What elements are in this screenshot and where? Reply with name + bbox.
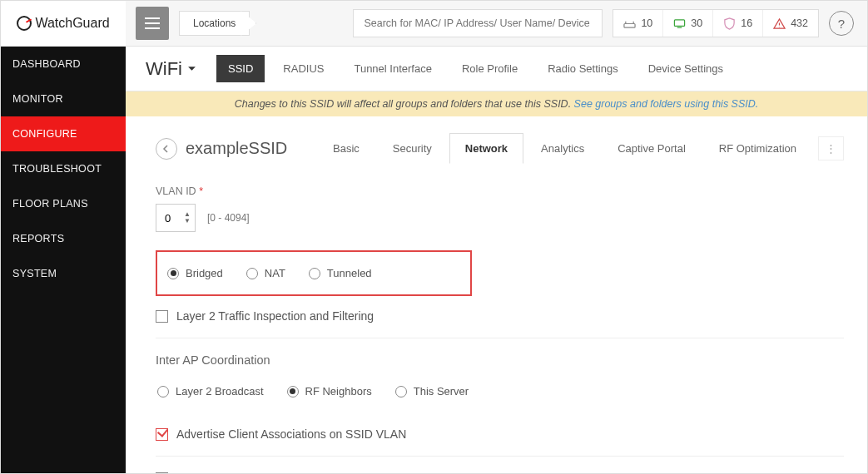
tab-devicesettings[interactable]: Device Settings <box>637 55 735 82</box>
sidebar-item-system[interactable]: SYSTEM <box>1 256 126 291</box>
logo: WatchGuard <box>1 1 126 47</box>
ap-icon <box>623 17 636 30</box>
vlan-block: VLAN ID * 0 ▲▼ [0 - 4094] <box>156 185 844 232</box>
status-security[interactable]: 16 <box>713 10 763 37</box>
tab-analytics[interactable]: Analytics <box>525 133 600 164</box>
svg-rect-0 <box>624 23 635 27</box>
sidebar-item-troubleshoot[interactable]: TROUBLESHOOT <box>1 151 126 186</box>
search-wrap <box>353 9 603 37</box>
more-tabs-button[interactable]: ⋮ <box>818 136 844 160</box>
subnav: WiFi SSID RADIUS Tunnel Interface Role P… <box>126 47 867 91</box>
tab-radiosettings[interactable]: Radio Settings <box>536 55 630 82</box>
tab-roleprofile[interactable]: Role Profile <box>450 55 529 82</box>
status-alerts[interactable]: 432 <box>763 10 818 37</box>
brand-text: WatchGuard <box>35 16 109 31</box>
tab-radius[interactable]: RADIUS <box>271 55 335 82</box>
sidebar-item-reports[interactable]: REPORTS <box>1 221 126 256</box>
tab-basic[interactable]: Basic <box>317 133 375 164</box>
content: exampleSSID Basic Security Network Analy… <box>126 116 867 473</box>
separator <box>156 338 844 338</box>
topbar: Locations 10 30 16 432 <box>126 1 867 47</box>
banner-link[interactable]: See groups and folders using this SSID. <box>574 98 759 110</box>
status-clients[interactable]: 30 <box>663 10 713 37</box>
vlan-label: VLAN ID * <box>156 185 844 197</box>
separator <box>156 456 844 457</box>
checkbox-dhcp82[interactable]: DHCP Option 82 <box>156 472 844 473</box>
back-button[interactable] <box>156 138 177 160</box>
radio-thisserver[interactable]: This Server <box>395 385 469 397</box>
sidebar: WatchGuard DASHBOARD MONITOR CONFIGURE T… <box>1 1 126 473</box>
sidebar-item-dashboard[interactable]: DASHBOARD <box>1 47 126 81</box>
svg-rect-1 <box>675 19 685 26</box>
interap-group: Layer 2 Broadcast RF Neighbors This Serv… <box>156 382 844 404</box>
section-title[interactable]: WiFi <box>146 58 196 80</box>
sidebar-item-monitor[interactable]: MONITOR <box>1 81 126 116</box>
tab-captiveportal[interactable]: Captive Portal <box>602 133 702 164</box>
page-tabs: Basic Security Network Analytics Captive… <box>316 133 844 164</box>
radio-tunneled[interactable]: Tunneled <box>309 267 372 279</box>
sidebar-item-floorplans[interactable]: FLOOR PLANS <box>1 186 126 221</box>
arrow-left-icon <box>161 144 171 154</box>
stepper-down-icon[interactable]: ▼ <box>181 218 193 225</box>
interap-heading: Inter AP Coordination <box>156 353 844 367</box>
client-icon <box>673 17 686 30</box>
chevron-down-icon <box>187 64 196 73</box>
network-mode-group: Bridged NAT Tunneled <box>156 250 472 296</box>
radio-l2broadcast[interactable]: Layer 2 Broadcast <box>157 385 264 397</box>
vlan-stepper[interactable]: 0 ▲▼ <box>156 204 196 232</box>
page-title: exampleSSID <box>186 139 287 158</box>
checkbox-l2-inspection[interactable]: Layer 2 Traffic Inspection and Filtering <box>156 309 844 323</box>
radio-nat[interactable]: NAT <box>246 267 285 279</box>
tab-ssid[interactable]: SSID <box>216 55 265 82</box>
checkbox-advertise-assoc[interactable]: Advertise Client Associations on SSID VL… <box>156 427 844 441</box>
tab-rfopt[interactable]: RF Optimization <box>703 133 812 164</box>
menu-toggle-button[interactable] <box>136 7 169 40</box>
sidebar-item-configure[interactable]: CONFIGURE <box>1 116 126 151</box>
breadcrumb[interactable]: Locations <box>179 11 250 36</box>
search-input[interactable] <box>353 9 603 37</box>
shield-icon <box>723 17 736 30</box>
tab-security[interactable]: Security <box>377 133 448 164</box>
warning-banner: Changes to this SSID will affect all gro… <box>126 91 867 116</box>
status-ap[interactable]: 10 <box>613 10 663 37</box>
help-button[interactable]: ? <box>829 11 854 36</box>
alert-icon <box>773 17 786 30</box>
radio-bridged[interactable]: Bridged <box>167 267 223 279</box>
tab-tunnel[interactable]: Tunnel Interface <box>342 55 443 82</box>
tab-network[interactable]: Network <box>449 133 523 164</box>
hamburger-icon <box>145 17 160 29</box>
status-group: 10 30 16 432 <box>613 9 819 37</box>
radio-rfneighbors[interactable]: RF Neighbors <box>287 385 372 397</box>
vlan-hint: [0 - 4094] <box>207 212 250 224</box>
